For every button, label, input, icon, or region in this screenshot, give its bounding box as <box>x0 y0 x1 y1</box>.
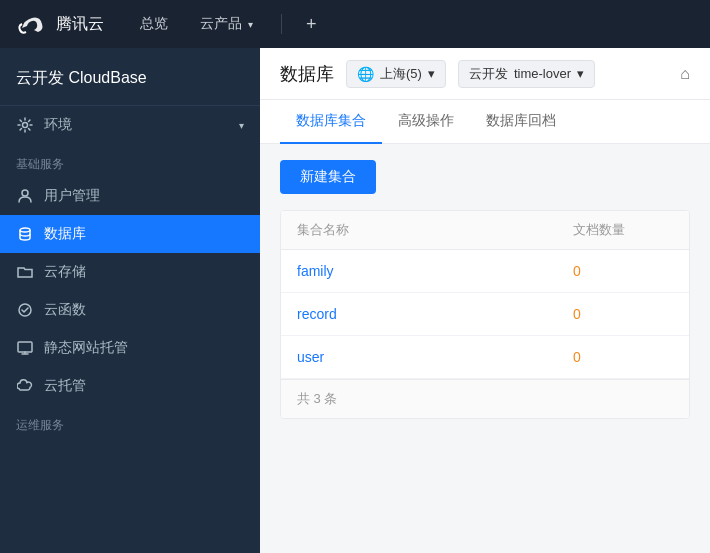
table-row: family 0 <box>281 250 689 293</box>
new-collection-button[interactable]: 新建集合 <box>280 160 376 194</box>
col-header-count: 文档数量 <box>573 221 673 239</box>
svg-point-0 <box>23 123 28 128</box>
svg-point-1 <box>22 190 28 196</box>
cloud-icon <box>16 377 34 395</box>
sidebar-item-functions-label: 云函数 <box>44 301 86 319</box>
sidebar-header: 云开发 CloudBase <box>0 48 260 106</box>
sidebar-item-environment-label: 环境 <box>44 116 72 134</box>
folder-icon <box>16 263 34 281</box>
table-footer: 共 3 条 <box>281 379 689 418</box>
row-name-user: user <box>297 348 573 366</box>
sidebar-title: 云开发 CloudBase <box>16 69 147 86</box>
function-icon <box>16 301 34 319</box>
row-name-family: family <box>297 262 573 280</box>
content-body: 新建集合 集合名称 文档数量 family 0 record <box>260 144 710 553</box>
row-count-user: 0 <box>573 349 673 365</box>
nav-products[interactable]: 云产品 ▾ <box>188 11 265 37</box>
table-row: user 0 <box>281 336 689 379</box>
tab-advanced[interactable]: 高级操作 <box>382 100 470 144</box>
svg-rect-4 <box>18 342 32 352</box>
home-icon[interactable]: ⌂ <box>680 65 690 83</box>
user-icon <box>16 187 34 205</box>
nav-overview[interactable]: 总览 <box>128 11 180 37</box>
sidebar-item-user-management[interactable]: 用户管理 <box>0 177 260 215</box>
env-dropdown-icon: ▾ <box>577 66 584 81</box>
env-badge[interactable]: 云开发 time-lover ▾ <box>458 60 595 88</box>
collection-link-record[interactable]: record <box>297 306 337 322</box>
sidebar-item-storage-label: 云存储 <box>44 263 86 281</box>
collection-link-family[interactable]: family <box>297 263 334 279</box>
nav-links: 总览 云产品 ▾ + <box>128 10 324 39</box>
nav-divider <box>281 14 282 34</box>
sidebar-item-static-hosting[interactable]: 静态网站托管 <box>0 329 260 367</box>
content-header: 数据库 🌐 上海(5) ▾ 云开发 time-lover ▾ ⌂ <box>260 48 710 100</box>
sidebar-item-database-label: 数据库 <box>44 225 86 243</box>
table-row: record 0 <box>281 293 689 336</box>
location-dropdown-icon: ▾ <box>428 66 435 81</box>
svg-point-2 <box>20 228 30 232</box>
content-tabs: 数据库集合 高级操作 数据库回档 <box>260 100 710 144</box>
row-count-record: 0 <box>573 306 673 322</box>
sidebar-item-cloud-management[interactable]: 云托管 <box>0 367 260 405</box>
top-nav: 腾讯云 总览 云产品 ▾ + <box>0 0 710 48</box>
env-name: time-lover <box>514 66 571 81</box>
collections-table: 集合名称 文档数量 family 0 record 0 <box>280 210 690 419</box>
row-count-family: 0 <box>573 263 673 279</box>
sidebar-item-database[interactable]: 数据库 <box>0 215 260 253</box>
content-title: 数据库 <box>280 62 334 86</box>
logo[interactable]: 腾讯云 <box>16 8 104 40</box>
location-text: 上海(5) <box>380 65 422 83</box>
products-dropdown-icon: ▾ <box>248 19 253 30</box>
sidebar-item-storage[interactable]: 云存储 <box>0 253 260 291</box>
col-header-name: 集合名称 <box>297 221 573 239</box>
collection-link-user[interactable]: user <box>297 349 324 365</box>
sidebar-item-environment[interactable]: 环境 ▾ <box>0 106 260 144</box>
gear-icon <box>16 116 34 134</box>
globe-icon: 🌐 <box>357 66 374 82</box>
location-badge[interactable]: 🌐 上海(5) ▾ <box>346 60 446 88</box>
sidebar: 云开发 CloudBase 环境 ▾ 基础服务 用户管理 <box>0 48 260 553</box>
database-icon <box>16 225 34 243</box>
section-label-basic: 基础服务 <box>0 144 260 177</box>
table-header: 集合名称 文档数量 <box>281 211 689 250</box>
logo-text: 腾讯云 <box>56 14 104 35</box>
sidebar-item-cloud-management-label: 云托管 <box>44 377 86 395</box>
monitor-icon <box>16 339 34 357</box>
row-name-record: record <box>297 305 573 323</box>
nav-add-button[interactable]: + <box>298 10 325 39</box>
logo-icon <box>16 8 48 40</box>
tab-backup[interactable]: 数据库回档 <box>470 100 572 144</box>
content-area: 数据库 🌐 上海(5) ▾ 云开发 time-lover ▾ ⌂ 数据库集合 高… <box>260 48 710 553</box>
sidebar-item-user-label: 用户管理 <box>44 187 100 205</box>
section-label-ops: 运维服务 <box>0 405 260 438</box>
main-layout: 云开发 CloudBase 环境 ▾ 基础服务 用户管理 <box>0 48 710 553</box>
tab-collections[interactable]: 数据库集合 <box>280 100 382 144</box>
sidebar-item-static-hosting-label: 静态网站托管 <box>44 339 128 357</box>
sidebar-item-functions[interactable]: 云函数 <box>0 291 260 329</box>
environment-chevron-icon: ▾ <box>239 120 244 131</box>
env-label: 云开发 <box>469 65 508 83</box>
